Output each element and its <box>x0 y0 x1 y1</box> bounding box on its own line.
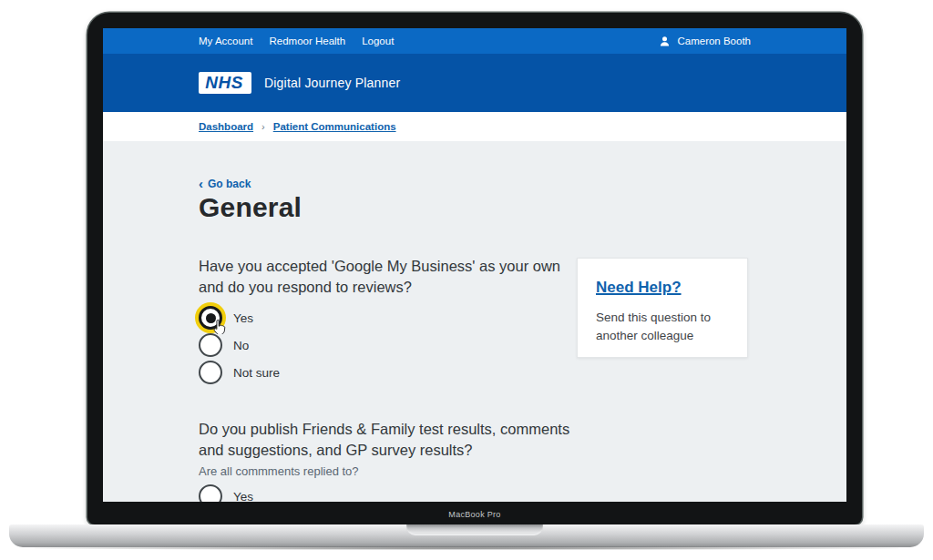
radio-label: Not sure <box>233 366 280 380</box>
radio-option-not-sure[interactable]: Not sure <box>199 361 280 384</box>
go-back-label: Go back <box>208 178 251 190</box>
need-help-card: Need Help? Send this question to another… <box>577 258 748 358</box>
radio-label: No <box>233 339 249 352</box>
nav-redmoor-health[interactable]: Redmoor Health <box>269 36 345 46</box>
app-title: Digital Journey Planner <box>264 76 400 90</box>
go-back-link[interactable]: ‹ Go back <box>199 178 251 190</box>
nav-logout[interactable]: Logout <box>362 36 394 46</box>
app-header: NHS Digital Journey Planner <box>103 54 846 112</box>
laptop-frame: My Account Redmoor Health Logout Cameron… <box>87 13 862 524</box>
radio-option-yes[interactable]: Yes <box>199 484 253 502</box>
utility-bar: My Account Redmoor Health Logout Cameron… <box>103 28 846 54</box>
breadcrumb: Dashboard › Patient Communications <box>103 112 846 141</box>
user-icon <box>659 36 671 47</box>
radio-button-selected[interactable] <box>199 306 222 330</box>
question-1-text: Have you accepted 'Google My Business' a… <box>199 256 574 299</box>
radio-button[interactable] <box>199 484 222 502</box>
radio-option-yes[interactable]: Yes <box>199 306 280 330</box>
radio-button[interactable] <box>199 361 222 384</box>
chevron-left-icon: ‹ <box>199 179 203 188</box>
radio-option-no[interactable]: No <box>199 333 280 357</box>
macbook-model-label: MacBook Pro <box>87 510 862 519</box>
user-menu[interactable]: Cameron Booth <box>659 36 751 47</box>
nav-my-account[interactable]: My Account <box>199 36 252 46</box>
utility-nav: My Account Redmoor Health Logout <box>199 36 394 46</box>
radio-button[interactable] <box>199 333 222 357</box>
question-1-options: Yes No Not sure <box>199 306 280 384</box>
question-2-text: Do you publish Friends & Family test res… <box>199 419 574 462</box>
question-2-options: Yes <box>199 484 253 502</box>
radio-label: Yes <box>233 490 253 503</box>
laptop-base <box>9 524 924 547</box>
need-help-link[interactable]: Need Help? <box>596 279 682 297</box>
breadcrumb-dashboard[interactable]: Dashboard <box>199 121 253 132</box>
page-content: ‹ Go back General Have you accepted 'Goo… <box>103 141 846 502</box>
page-title: General <box>199 192 302 223</box>
question-2-hint: Are all commments replied to? <box>199 464 359 478</box>
need-help-description: Send this question to another colleague <box>596 309 733 346</box>
screen: My Account Redmoor Health Logout Cameron… <box>103 28 846 502</box>
chevron-right-icon: › <box>261 121 265 132</box>
nhs-logo[interactable]: NHS <box>199 72 251 94</box>
radio-label: Yes <box>233 311 253 325</box>
breadcrumb-patient-communications[interactable]: Patient Communications <box>273 121 396 132</box>
laptop-lid-notch <box>406 524 543 535</box>
user-name: Cameron Booth <box>677 36 751 46</box>
